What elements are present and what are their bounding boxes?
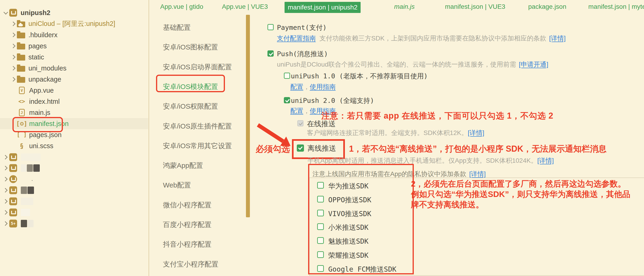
tree-item-redacted-project[interactable] (3, 185, 34, 196)
payment-checkbox[interactable] (268, 24, 274, 30)
nav-item-web-config[interactable]: Web配置 (163, 180, 191, 190)
unipush2-checkbox[interactable] (284, 97, 290, 103)
nav-item-splash-config[interactable]: 安卓/iOS启动界面配置 (163, 62, 232, 72)
nav-item-douyin-mp-config[interactable]: 抖音小程序配置 (163, 240, 212, 249)
chevron-right-icon[interactable] (3, 220, 9, 226)
offline-push-checkbox[interactable] (297, 144, 304, 152)
tree-item-main-js[interactable]: J main.js (17, 107, 50, 118)
payment-desc-text: 支付功能依赖三方SDK，上架到国内应用市场需要在隐私协议中添加相应的条款 (320, 35, 546, 42)
sdk-vivo-label: VIVO推送SDK (328, 209, 371, 219)
tree-item-redacted-project[interactable] (3, 162, 40, 174)
link-separator: ， (303, 83, 310, 90)
tree-item-redacted-project[interactable] (3, 207, 30, 218)
tab-manifest-json-myte[interactable]: manifest.json | myte (588, 0, 644, 14)
online-push-detail-link[interactable]: [详情] (468, 129, 484, 136)
tab-label: App.vue | gtido (160, 3, 203, 10)
nav-item-baidu-mp-config[interactable]: 百度小程序配置 (163, 220, 212, 230)
tab-label: package.json (528, 3, 566, 10)
tree-item-label: pages (28, 42, 47, 50)
uniapp-project-icon (9, 153, 18, 161)
chevron-down-icon[interactable] (3, 10, 9, 16)
nav-item-native-plugin-config[interactable]: 安卓/iOS原生插件配置 (163, 122, 232, 131)
online-push-checkbox (297, 120, 304, 126)
sdk-honor-label: 荣耀推送SDK (328, 251, 368, 260)
chevron-right-icon[interactable] (3, 165, 9, 171)
chevron-right-icon[interactable] (3, 154, 9, 160)
tree-item-label: index.html (29, 98, 60, 106)
tree-item-label: main.js (29, 109, 50, 116)
offline-push-detail-link[interactable]: [详情] (537, 157, 554, 164)
push-desc-text: uniPush是DCloud联合个推公司推出、全端的、云端一体的统一推送服务，使… (277, 61, 516, 68)
redacted-label (28, 220, 34, 227)
nav-item-other-settings[interactable]: 安卓/iOS常用其它设置 (163, 141, 232, 151)
tab-app-vue-vue3[interactable]: App.vue | VUE3 (222, 0, 268, 14)
sdk-box-detail-link[interactable]: [详情] (469, 170, 486, 178)
redacted-label (21, 164, 26, 172)
nav-item-alipay-mp-config[interactable]: 支付宝小程序配置 (163, 260, 218, 269)
tree-item-uni-scss[interactable]: § uni.scss (17, 140, 54, 152)
redacted-label (21, 209, 30, 216)
sdk-vivo-checkbox[interactable] (317, 210, 324, 216)
vue-file-icon: V (17, 87, 26, 94)
tree-item-uni-modules[interactable]: uni_modules (11, 63, 66, 74)
tree-item-app-vue[interactable]: V App.vue (17, 85, 54, 96)
unipush2-config-link[interactable]: 配置 (290, 107, 303, 114)
nav-item-permission-config[interactable]: 安卓/iOS权限配置 (163, 102, 218, 111)
chevron-right-icon[interactable] (11, 54, 17, 60)
tab-manifest-json-vue3[interactable]: manifest.json | VUE3 (445, 0, 505, 14)
online-push-desc-text: 客户端网络连接正常时适用。全端支持。SDK体积12K。 (307, 129, 468, 136)
sdk-huawei-checkbox[interactable] (317, 182, 324, 188)
redacted-dot: . (32, 176, 33, 182)
folder-icon (17, 32, 26, 38)
tree-item-hbuilderx[interactable]: .hbuilderx (11, 29, 58, 40)
uniapp-project-icon (9, 208, 18, 216)
unipush1-checkbox[interactable] (284, 72, 290, 79)
redacted-label (28, 186, 34, 194)
push-apply-link[interactable]: [申请开通] (519, 61, 548, 68)
sdk-meizu-checkbox[interactable] (317, 237, 324, 244)
tree-item-index-html[interactable]: <> index.html (17, 96, 60, 107)
nav-item-harmony-config[interactable]: 鸿蒙App配置 (163, 161, 203, 170)
nav-item-icon-config[interactable]: 安卓/iOS图标配置 (163, 42, 218, 52)
tree-item-static[interactable]: static (11, 52, 44, 63)
chevron-right-icon[interactable] (3, 187, 9, 193)
tab-package-json[interactable]: package.json (528, 0, 566, 14)
sdk-meizu-label: 魅族推送SDK (328, 237, 368, 246)
tab-app-vue-gtido[interactable]: App.vue | gtido (160, 0, 203, 14)
tree-item-label: uni.scss (29, 142, 54, 150)
chevron-right-icon[interactable] (11, 21, 17, 27)
chevron-right-icon[interactable] (11, 76, 17, 82)
nav-scrollbar[interactable] (246, 15, 250, 217)
chevron-right-icon[interactable] (11, 32, 17, 38)
tree-item-pages-json[interactable]: [ ] pages.json (17, 129, 62, 140)
tab-manifest-json-unipush2[interactable]: manifest.json | unipush2 (284, 2, 360, 13)
tree-item-unpackage[interactable]: unpackage (11, 74, 61, 85)
payment-detail-link[interactable]: [详情] (549, 35, 566, 42)
push-desc: uniPush是DCloud联合个推公司推出、全端的、云端一体的统一推送服务，使… (277, 60, 548, 69)
sdk-honor-checkbox[interactable] (317, 251, 324, 258)
tree-item-redacted-project[interactable] (3, 152, 41, 163)
unipush1-config-link[interactable]: 配置 (290, 83, 303, 90)
folder-icon (17, 65, 26, 72)
redacted-label (21, 186, 27, 194)
chevron-right-icon[interactable] (3, 198, 9, 204)
nav-item-weixin-mp-config[interactable]: 微信小程序配置 (163, 200, 212, 210)
chevron-right-icon[interactable] (11, 43, 17, 49)
tree-item-redacted-project[interactable]: . (3, 174, 33, 185)
payment-guide-link[interactable]: 支付配置指南 (277, 35, 316, 42)
tree-item-unipush2[interactable]: unipush2 (3, 7, 50, 18)
unipush1-guide-link[interactable]: 使用指南 (310, 83, 336, 90)
tree-item-redacted-project[interactable]: 5+ (3, 218, 34, 229)
sdk-google-fcm-checkbox[interactable] (317, 265, 324, 272)
tree-item-pages[interactable]: pages (11, 40, 47, 52)
push-checkbox[interactable] (268, 50, 274, 57)
tab-main-js[interactable]: main.js (394, 0, 415, 14)
chevron-right-icon[interactable] (11, 65, 17, 71)
chevron-right-icon[interactable] (3, 176, 9, 182)
nav-item-basic-config[interactable]: 基础配置 (163, 23, 191, 32)
sdk-xiaomi-checkbox[interactable] (317, 223, 324, 230)
tree-item-unicloud[interactable]: uniCloud – [阿里云:unipush2] (11, 18, 115, 29)
sdk-oppo-checkbox[interactable] (317, 196, 324, 202)
tree-item-redacted-project[interactable] (3, 196, 33, 207)
chevron-right-icon[interactable] (3, 210, 9, 216)
